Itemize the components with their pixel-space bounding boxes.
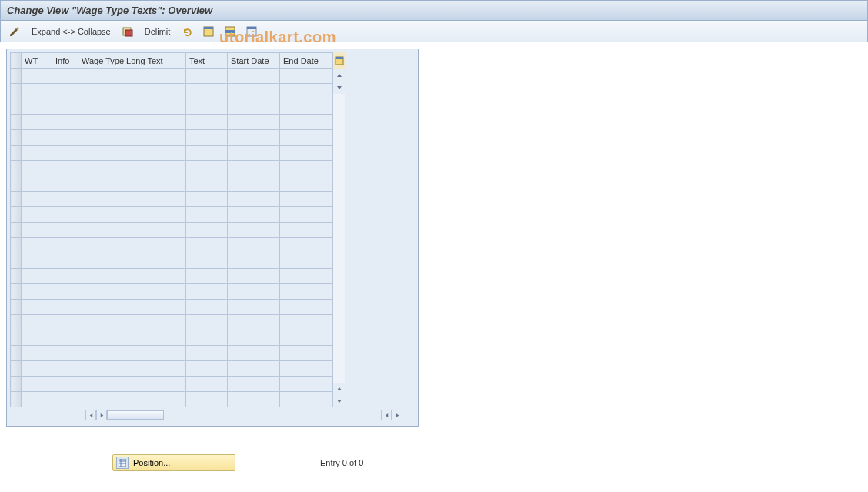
delimit-button[interactable]: Delimit [140,24,175,39]
grid-cell[interactable] [280,315,332,330]
grid-cell[interactable] [186,346,228,361]
grid-cell[interactable] [78,269,186,284]
grid-cell[interactable] [186,269,228,284]
deselect-all-button[interactable] [242,24,261,39]
grid-cell[interactable] [280,192,332,207]
grid-cell[interactable] [280,69,332,84]
undo-button[interactable] [178,24,196,39]
table-row[interactable] [11,361,332,377]
vertical-scrollbar[interactable] [332,52,345,407]
grid-cell[interactable] [78,284,186,300]
col-header-info[interactable]: Info [52,53,78,69]
grid-cell[interactable] [228,346,280,361]
grid-cell[interactable] [52,69,78,84]
table-row[interactable] [11,330,332,346]
grid-cell[interactable] [280,284,332,300]
grid-cell[interactable] [186,207,228,223]
grid-cell[interactable] [78,315,186,330]
grid-cell[interactable] [78,238,186,253]
grid-cell[interactable] [22,69,52,84]
grid-cell[interactable] [52,223,78,238]
grid-cell[interactable] [228,392,280,407]
grid-cell[interactable] [186,330,228,346]
grid-cell[interactable] [280,361,332,377]
grid-cell[interactable] [280,330,332,346]
row-selector[interactable] [11,84,22,99]
vscroll-track[interactable] [333,94,345,383]
col-header-long[interactable]: Wage Type Long Text [78,53,186,69]
row-selector[interactable] [11,330,22,346]
grid-cell[interactable] [22,161,52,176]
grid-cell[interactable] [78,346,186,361]
grid-cell[interactable] [280,223,332,238]
grid-cell[interactable] [78,176,186,192]
grid-cell[interactable] [280,207,332,223]
select-block-button[interactable] [221,24,239,39]
grid-cell[interactable] [78,69,186,84]
table-row[interactable] [11,377,332,392]
grid-cell[interactable] [22,146,52,161]
col-header-end[interactable]: End Date [280,53,332,69]
grid-cell[interactable] [228,84,280,99]
grid-cell[interactable] [280,130,332,146]
grid-cell[interactable] [78,377,186,392]
grid-cell[interactable] [22,223,52,238]
table-row[interactable] [11,300,332,315]
grid-cell[interactable] [186,300,228,315]
grid-cell[interactable] [186,69,228,84]
grid-cell[interactable] [22,377,52,392]
table-row[interactable] [11,146,332,161]
delimit-icon-button[interactable] [119,24,137,39]
hscroll-thumb[interactable] [107,410,164,420]
grid-cell[interactable] [78,361,186,377]
table-row[interactable] [11,84,332,99]
grid-cell[interactable] [228,269,280,284]
grid-cell[interactable] [22,361,52,377]
grid-cell[interactable] [52,392,78,407]
grid-cell[interactable] [78,161,186,176]
grid-cell[interactable] [280,253,332,269]
position-button[interactable]: Position... [112,454,235,471]
grid-cell[interactable] [186,146,228,161]
grid-cell[interactable] [52,284,78,300]
grid-cell[interactable] [280,269,332,284]
grid-cell[interactable] [22,269,52,284]
table-row[interactable] [11,69,332,84]
grid-cell[interactable] [280,377,332,392]
grid-cell[interactable] [78,223,186,238]
grid-cell[interactable] [22,192,52,207]
grid-cell[interactable] [52,192,78,207]
grid-cell[interactable] [22,176,52,192]
hscroll-right-right-button[interactable] [392,410,402,420]
grid-cell[interactable] [186,192,228,207]
grid-cell[interactable] [22,330,52,346]
expand-collapse-button[interactable]: Expand <-> Collapse [27,24,115,39]
grid-cell[interactable] [78,330,186,346]
grid-cell[interactable] [78,192,186,207]
grid-cell[interactable] [52,330,78,346]
scroll-up-button[interactable] [333,69,345,82]
grid-cell[interactable] [186,377,228,392]
grid-cell[interactable] [228,115,280,130]
grid-cell[interactable] [228,315,280,330]
row-selector[interactable] [11,115,22,130]
row-header-corner[interactable] [11,53,22,69]
grid-cell[interactable] [280,99,332,115]
row-selector[interactable] [11,238,22,253]
grid-cell[interactable] [22,99,52,115]
grid-cell[interactable] [186,176,228,192]
grid-cell[interactable] [52,300,78,315]
grid-cell[interactable] [228,238,280,253]
table-row[interactable] [11,130,332,146]
grid-cell[interactable] [280,146,332,161]
grid-cell[interactable] [52,99,78,115]
grid-cell[interactable] [186,99,228,115]
table-row[interactable] [11,161,332,176]
table-row[interactable] [11,238,332,253]
grid-cell[interactable] [280,300,332,315]
grid-cell[interactable] [22,315,52,330]
table-row[interactable] [11,223,332,238]
grid-cell[interactable] [186,238,228,253]
grid-cell[interactable] [78,99,186,115]
grid-cell[interactable] [228,161,280,176]
